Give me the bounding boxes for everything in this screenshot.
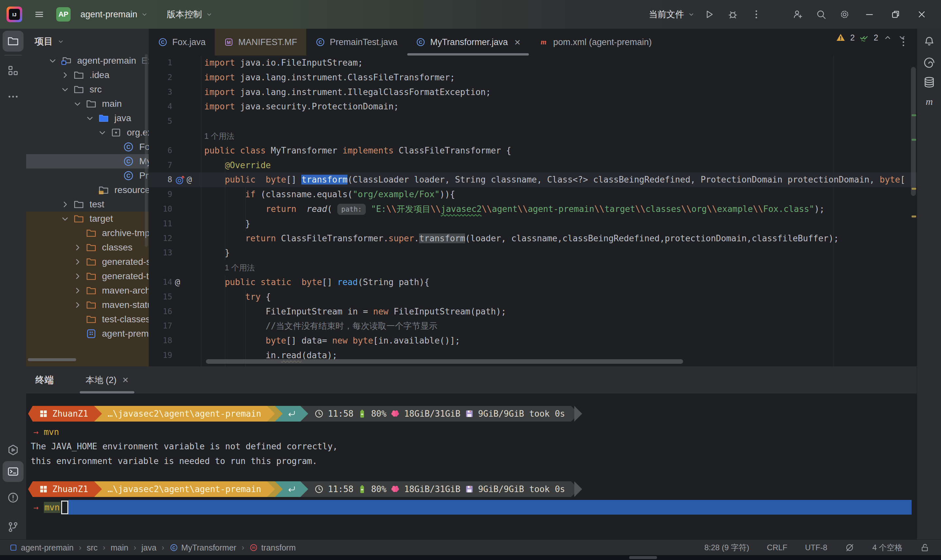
- chevron-down-icon[interactable]: [97, 127, 108, 138]
- tree-item-test[interactable]: test: [26, 197, 149, 212]
- chevron-right-icon[interactable]: [72, 299, 83, 311]
- code-line[interactable]: 14@ public static byte[] read(String pat…: [149, 275, 917, 290]
- tree-item-main[interactable]: main: [26, 97, 149, 111]
- project-badge[interactable]: AP: [56, 7, 71, 22]
- chevron-down-icon[interactable]: [84, 113, 96, 124]
- version-control-tool-button[interactable]: [3, 517, 23, 537]
- close-button[interactable]: [911, 5, 932, 23]
- project-tool-button[interactable]: [3, 31, 23, 52]
- previous-problem-icon[interactable]: [883, 33, 893, 42]
- chevron-down-icon[interactable]: [60, 213, 71, 224]
- editor-horizontal-scrollbar[interactable]: [206, 359, 683, 364]
- tree-item-src[interactable]: src: [26, 82, 149, 97]
- code-line[interactable]: 16 FileInputStream in = new FileInputStr…: [149, 304, 917, 319]
- tree-item-org.exam[interactable]: org.exam: [26, 125, 149, 140]
- project-panel-header[interactable]: 项目: [26, 29, 149, 54]
- chevron-right-icon[interactable]: [72, 271, 83, 282]
- code-line[interactable]: 9 if (classname.equals("org/example/Fox"…: [149, 187, 917, 202]
- breadcrumb-item[interactable]: java: [142, 543, 157, 552]
- line-number[interactable]: 10: [149, 202, 172, 217]
- line-number[interactable]: 5: [149, 114, 172, 129]
- usages-inlay-hint[interactable]: 1 个用法: [149, 129, 917, 143]
- line-number[interactable]: 16: [149, 304, 172, 319]
- terminal-title[interactable]: 终端: [35, 374, 54, 386]
- chevron-down-icon[interactable]: [72, 98, 83, 109]
- usages-inlay-hint[interactable]: 1 个用法: [149, 260, 917, 275]
- vcs-selector[interactable]: 版本控制: [167, 8, 213, 20]
- line-number[interactable]: 9: [149, 187, 172, 202]
- chevron-right-icon[interactable]: [60, 199, 71, 210]
- close-icon[interactable]: ×: [514, 37, 521, 47]
- code-with-me-button[interactable]: [788, 6, 807, 23]
- unlocked-icon[interactable]: [920, 543, 930, 552]
- code-line[interactable]: 15 try {: [149, 290, 917, 304]
- breadcrumb-item[interactable]: CMyTransformer: [170, 543, 237, 552]
- editor-tab[interactable]: mpom.xml (agent-premain): [529, 29, 661, 55]
- terminal-input-line[interactable]: →mvn: [28, 500, 917, 515]
- database-icon[interactable]: [923, 76, 935, 88]
- line-number[interactable]: 4: [149, 99, 172, 114]
- annotation-gutter-icon[interactable]: @: [175, 275, 180, 290]
- tree-item-test-classes[interactable]: test-classes: [26, 312, 149, 326]
- code-line[interactable]: 5: [149, 114, 917, 129]
- line-number[interactable]: 15: [149, 290, 172, 304]
- tree-item-maven-status[interactable]: maven-status: [26, 298, 149, 312]
- editor-tab[interactable]: MMANIFEST.MF: [215, 29, 306, 55]
- problems-tool-button[interactable]: [3, 487, 23, 508]
- tree-item-target[interactable]: target: [26, 212, 149, 226]
- tree-item-.idea[interactable]: .idea: [26, 68, 149, 82]
- editor-vertical-scrollbar[interactable]: [911, 67, 916, 196]
- line-number[interactable]: 6: [149, 143, 172, 158]
- settings-button[interactable]: [835, 6, 854, 23]
- code-line[interactable]: 7 @Override: [149, 158, 917, 173]
- tree-item-maven-archiver[interactable]: maven-archiver: [26, 283, 149, 298]
- code-line[interactable]: 2import java.lang.instrument.ClassFileTr…: [149, 70, 917, 85]
- search-everywhere-button[interactable]: [811, 6, 830, 23]
- run-config-selector[interactable]: 当前文件: [649, 8, 695, 20]
- restore-button[interactable]: [885, 5, 906, 23]
- chevron-right-icon[interactable]: [72, 285, 83, 296]
- code-line[interactable]: 6public class MyTransformer implements C…: [149, 143, 917, 158]
- code-line[interactable]: 4import java.security.ProtectionDomain;: [149, 99, 917, 114]
- code-line[interactable]: 12 return ClassFileTransformer.super.tra…: [149, 231, 917, 246]
- tree-item-java[interactable]: java: [26, 111, 149, 125]
- code-line[interactable]: 18 byte[] data= new byte[in.available()]…: [149, 333, 917, 348]
- tree-item-generated-sour[interactable]: generated-sour: [26, 255, 149, 269]
- annotation-gutter-icon[interactable]: @: [187, 172, 192, 187]
- line-number[interactable]: 19: [149, 348, 172, 363]
- line-number[interactable]: 3: [149, 85, 172, 100]
- run-button[interactable]: [700, 6, 719, 23]
- editor-tab[interactable]: CMyTransformer.java×: [407, 29, 529, 55]
- line-number[interactable]: 2: [149, 70, 172, 85]
- stripe-mark-green[interactable]: [912, 139, 916, 141]
- code-line[interactable]: 8@ public byte[] transform(ClassLoader l…: [149, 172, 917, 187]
- ai-assistant-icon[interactable]: [923, 57, 935, 69]
- code-line[interactable]: 10 return read( path: "E:\\开发项目\\javasec…: [149, 202, 917, 217]
- tree-item-Fox[interactable]: CFox: [26, 140, 149, 154]
- tree-item-MyTransf[interactable]: CMyTransf: [26, 154, 149, 168]
- line-number[interactable]: 20: [149, 363, 172, 366]
- close-icon[interactable]: ×: [123, 374, 129, 386]
- editor-tab[interactable]: CPremainTest.java: [306, 29, 407, 55]
- line-number[interactable]: 7: [149, 158, 172, 173]
- minimize-button[interactable]: [859, 5, 880, 23]
- tree-item-PremainT[interactable]: CPremainT: [26, 168, 149, 183]
- more-actions-button[interactable]: [747, 6, 766, 23]
- terminal-input[interactable]: mvn: [44, 502, 60, 513]
- code-line[interactable]: 17 //当文件没有结束时，每次读取一个字节显示: [149, 319, 917, 333]
- line-number[interactable]: 12: [149, 231, 172, 246]
- breadcrumb-item[interactable]: mtransform: [249, 543, 296, 552]
- next-problem-icon[interactable]: [897, 33, 907, 42]
- terminal-output[interactable]: ZhuanZ1…\javasec2\agent\agent-premain11:…: [26, 394, 917, 539]
- chevron-right-icon[interactable]: [72, 256, 83, 268]
- line-number[interactable]: 18: [149, 333, 172, 348]
- breadcrumb-item[interactable]: main: [111, 543, 128, 552]
- stripe-mark-green[interactable]: [912, 114, 916, 116]
- overrides-gutter-icon[interactable]: [175, 175, 185, 185]
- tree-item-resources[interactable]: resources: [26, 183, 149, 197]
- more-tools-button[interactable]: [3, 86, 23, 107]
- file-encoding[interactable]: UTF-8: [805, 543, 827, 552]
- line-number[interactable]: 1: [149, 55, 172, 70]
- line-number[interactable]: 8: [149, 172, 172, 187]
- inspections-widget[interactable]: 2 2: [836, 33, 907, 42]
